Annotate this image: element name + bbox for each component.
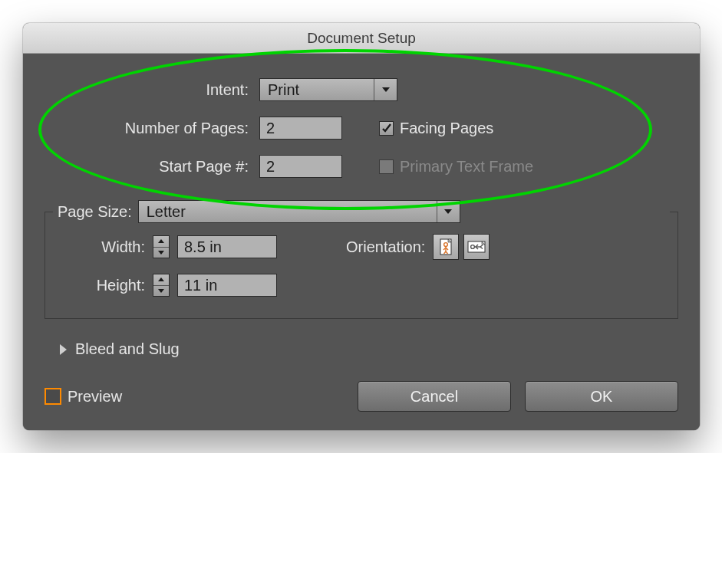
orientation-label: Orientation: <box>346 238 425 256</box>
primary-text-frame-option: Primary Text Frame <box>379 158 533 176</box>
page-size-label: Page Size: <box>58 203 132 221</box>
facing-pages-checkbox[interactable] <box>379 121 394 136</box>
bleed-slug-disclosure[interactable]: Bleed and Slug <box>60 340 678 358</box>
checkmark-icon <box>381 123 392 133</box>
intent-label: Intent: <box>45 81 252 99</box>
facing-pages-label: Facing Pages <box>400 120 493 137</box>
intent-select[interactable]: Print <box>259 78 397 101</box>
landscape-icon <box>467 239 486 255</box>
pages-input[interactable]: 2 <box>259 117 342 140</box>
width-label: Width: <box>62 238 145 256</box>
chevron-down-icon <box>437 201 460 222</box>
disclosure-triangle-icon <box>60 344 68 355</box>
ok-button[interactable]: OK <box>525 381 678 412</box>
page-size-legend: Page Size: Letter <box>53 200 670 223</box>
startpage-value: 2 <box>266 158 275 176</box>
svg-marker-19 <box>158 289 164 293</box>
svg-marker-18 <box>158 278 164 281</box>
pages-row: Number of Pages: 2 Facing Pages <box>45 117 678 140</box>
preview-checkbox[interactable] <box>45 388 61 405</box>
primary-text-frame-checkbox <box>379 159 394 174</box>
height-stepper[interactable] <box>153 274 170 297</box>
startpage-input[interactable]: 2 <box>259 155 342 178</box>
bleed-slug-label: Bleed and Slug <box>75 340 180 358</box>
intent-row: Intent: Print <box>45 78 678 101</box>
document-options-group: Intent: Print Number of Pages: 2 <box>45 75 678 205</box>
preview-label: Preview <box>68 388 122 406</box>
dialog-footer: Preview Cancel OK <box>45 381 678 412</box>
height-input[interactable]: 11 in <box>177 274 277 297</box>
chevron-down-icon <box>374 79 397 100</box>
dialog-body: Intent: Print Number of Pages: 2 <box>23 54 700 430</box>
orientation-landscape-button[interactable] <box>463 234 490 260</box>
orientation-portrait-button[interactable] <box>433 234 459 260</box>
svg-marker-0 <box>382 87 390 92</box>
width-value: 8.5 in <box>184 238 222 256</box>
svg-marker-1 <box>444 209 452 214</box>
portrait-icon <box>438 238 453 255</box>
step-down-icon[interactable] <box>153 286 169 297</box>
height-row: Height: 11 in <box>62 274 661 297</box>
page-size-group: Page Size: Letter Width: 8.5 in <box>45 212 678 319</box>
step-down-icon[interactable] <box>153 248 169 258</box>
startpage-row: Start Page #: 2 Primary Text Frame <box>45 155 678 178</box>
pages-value: 2 <box>266 120 275 137</box>
svg-marker-3 <box>158 251 164 255</box>
dialog-title: Document Setup <box>307 30 416 47</box>
height-label: Height: <box>62 277 145 294</box>
orientation-buttons <box>433 234 490 260</box>
step-up-icon[interactable] <box>153 274 169 286</box>
width-stepper[interactable] <box>153 235 170 258</box>
pages-label: Number of Pages: <box>45 120 252 137</box>
height-value: 11 in <box>184 277 217 294</box>
width-height-row: Width: 8.5 in Orientation: <box>62 234 661 260</box>
cancel-button[interactable]: Cancel <box>358 381 511 412</box>
intent-value: Print <box>260 81 374 99</box>
svg-marker-2 <box>158 239 164 243</box>
primary-text-frame-label: Primary Text Frame <box>400 158 533 176</box>
svg-marker-20 <box>60 344 67 355</box>
facing-pages-option[interactable]: Facing Pages <box>379 120 493 137</box>
titlebar: Document Setup <box>23 23 700 54</box>
page-size-select[interactable]: Letter <box>138 200 460 223</box>
startpage-label: Start Page #: <box>45 158 252 176</box>
page-size-value: Letter <box>139 203 437 221</box>
width-input[interactable]: 8.5 in <box>177 235 277 258</box>
document-setup-dialog: Document Setup Intent: Print Number of P… <box>23 23 700 430</box>
step-up-icon[interactable] <box>153 236 169 248</box>
preview-option[interactable]: Preview <box>45 388 122 406</box>
